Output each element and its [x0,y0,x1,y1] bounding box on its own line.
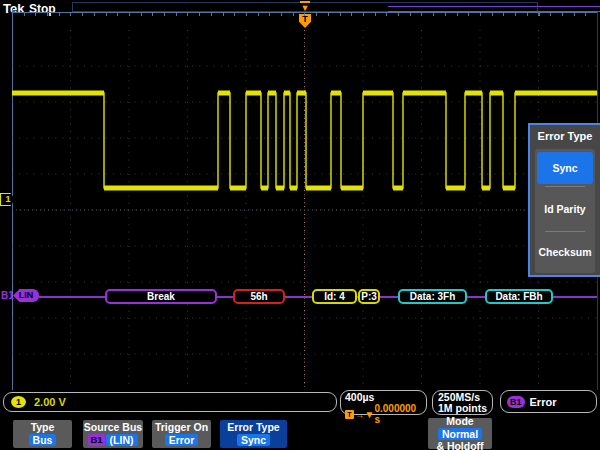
error-type-option-id-parity[interactable]: Id Parity [535,187,595,230]
menu-button-error-type[interactable]: Error TypeSync [220,420,287,448]
panel-title: Error Type [530,125,600,147]
record-bus-preview-top [388,6,600,7]
menu-button-title: Mode [446,416,473,427]
waveform-graticule [12,30,597,390]
bus-packet-data-3fh: Data: 3Fh [398,289,467,304]
record-length: 1M points [438,403,487,414]
timebase-scale: 400µs [345,392,422,403]
expansion-point-icon: ▼ [300,1,310,12]
bus-packet-data-fbh: Data: FBh [485,289,553,304]
trigger-position-icon[interactable]: T [299,14,311,28]
menu-button-trigger-on[interactable]: Trigger OnError [152,420,211,448]
menu-button-value-pill: Bus [29,434,57,446]
oscilloscope-screen: Tek Stop ▼ T 1 B1 LIN Break56hId: 4P:3Da… [0,0,600,450]
horizontal-readout[interactable]: 400µs T→▼0.000000 s [340,390,427,415]
channel-1-readout[interactable]: 1 2.00 V [3,392,337,412]
menu-button-value-pill: Error [165,434,199,446]
bus-status-label: Error [530,396,557,408]
menu-button-value: B1(LIN) [88,434,137,446]
menu-button-extra: & Holdoff [436,441,483,450]
menu-button-value-pill: Normal [438,428,482,440]
graticule-top-ticks [12,13,597,16]
channel-1-scale: 2.00 V [34,396,66,408]
trigger-t-icon: T [345,410,354,419]
delay-value: 0.000000 s [374,403,422,425]
menu-button-mode[interactable]: ModeNormal& Holdoff [428,418,492,449]
acquisition-readout[interactable]: 250MS/s 1M points [432,390,493,415]
grid-dots [12,30,597,390]
error-type-panel: Error Type SyncId ParityChecksum [528,123,600,277]
menu-button-title: Trigger On [155,422,208,433]
trigger-delay: T→▼0.000000 s [345,403,422,425]
error-type-options: SyncId ParityChecksum [535,149,595,273]
menu-button-type[interactable]: TypeBus [13,420,72,448]
bus-channel-label[interactable]: B1 [1,290,14,301]
bus-status-readout[interactable]: B1 Error [500,390,597,413]
menu-button-title: Source Bus [84,422,142,433]
menu-button-title: Error Type [227,422,279,433]
error-type-option-sync[interactable]: Sync [535,149,595,186]
menu-button-value: Bus [29,434,57,446]
menu-button-value: Normal [438,428,482,440]
menu-button-value-pill: (LIN) [106,434,138,446]
b1-badge: B1 [507,396,525,408]
triangle-down-icon: ▼ [365,409,375,420]
b1-badge: B1 [88,434,104,446]
error-type-option-checksum[interactable]: Checksum [535,232,595,273]
menu-button-value: Sync [237,434,270,446]
menu-button-title: Type [31,422,55,433]
channel-1-badge: 1 [11,396,26,408]
menu-button-value: Error [165,434,199,446]
menu-button-source-bus[interactable]: Source BusB1(LIN) [83,420,143,448]
arrow-right-icon: → [355,409,365,420]
bus-packet-id-4: Id: 4 [312,289,357,304]
bus-packet-56h: 56h [233,289,285,304]
bus-packet-p-3: P:3 [358,289,380,304]
bus-packet-break: Break [105,289,217,304]
menu-button-value-pill: Sync [237,434,270,446]
